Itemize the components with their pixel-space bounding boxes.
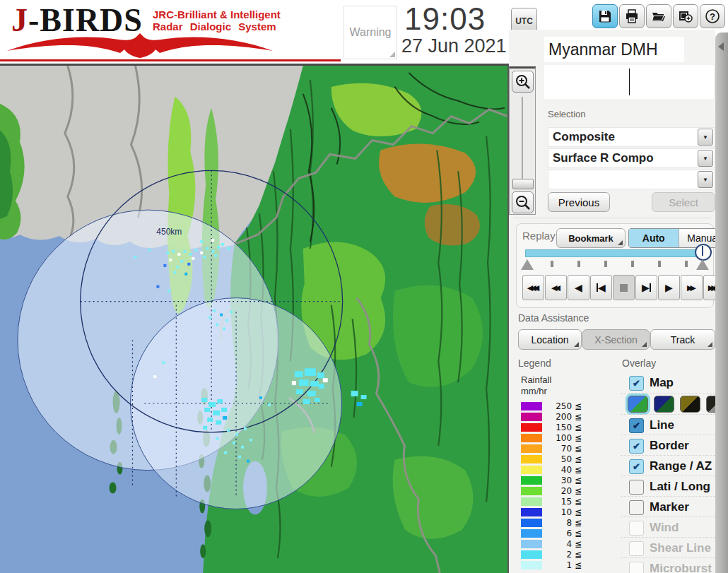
chevron-down-icon[interactable]: ▼ bbox=[698, 129, 713, 146]
zoom-slider-handle[interactable] bbox=[512, 179, 534, 189]
checkbox-checked[interactable]: ✔ bbox=[629, 439, 644, 454]
map-style-swatch[interactable] bbox=[654, 396, 674, 413]
overlay-item-marker[interactable]: Marker bbox=[629, 499, 715, 516]
legend-row: 15 ≦ bbox=[521, 497, 606, 507]
overlay-item-range-az[interactable]: ✔ Range / AZ bbox=[629, 458, 715, 475]
logo-tagline: JRC-Brilliant & Intelligent Radar Dialog… bbox=[153, 8, 281, 33]
dropdown-composite-value: Composite bbox=[548, 130, 698, 144]
dropdown-empty[interactable]: ▼ bbox=[548, 170, 715, 189]
map-zoom-control bbox=[509, 66, 536, 215]
slider-tick bbox=[631, 261, 634, 267]
add-capture-button[interactable] bbox=[673, 4, 698, 28]
svg-text:?: ? bbox=[710, 11, 715, 22]
text-caret bbox=[629, 69, 630, 95]
station-name: Myanmar DMH bbox=[544, 37, 684, 62]
zoom-slider-track[interactable] bbox=[522, 97, 523, 182]
slider-tick bbox=[577, 261, 580, 267]
eagle-icon bbox=[6, 33, 274, 61]
station-input[interactable] bbox=[544, 65, 714, 99]
replay-slider-track[interactable] bbox=[525, 249, 709, 257]
selection-label: Selection bbox=[548, 109, 585, 119]
checkbox-disabled bbox=[629, 562, 644, 573]
slider-tick bbox=[604, 261, 607, 267]
location-button[interactable]: Location bbox=[518, 329, 582, 350]
legend-row: 250 ≦ bbox=[521, 402, 606, 412]
fast-forward-button[interactable]: ▶▶ bbox=[681, 275, 703, 300]
divider bbox=[621, 475, 715, 476]
zoom-out-button[interactable] bbox=[512, 191, 534, 213]
checkbox-disabled bbox=[629, 541, 644, 556]
x-section-button[interactable]: X-Section bbox=[582, 329, 650, 350]
select-button[interactable]: Select bbox=[652, 192, 715, 212]
overlay-item-lati-long[interactable]: Lati / Long bbox=[629, 478, 715, 495]
overlay-item-shear-line: Shear Line bbox=[629, 540, 715, 557]
checkbox-checked[interactable]: ✔ bbox=[629, 418, 644, 433]
track-button[interactable]: Track bbox=[650, 329, 715, 350]
replay-slider-handle[interactable] bbox=[695, 244, 712, 261]
replay-mode-control: Auto Manual bbox=[628, 228, 728, 248]
bookmark-button[interactable]: Bookmark bbox=[556, 228, 626, 248]
legend-row: 200 ≦ bbox=[521, 413, 606, 423]
corner-fold-icon bbox=[389, 52, 395, 57]
legend-row: 30 ≦ bbox=[521, 476, 606, 486]
legend-title: Legend bbox=[518, 358, 551, 369]
checkbox-unchecked[interactable] bbox=[629, 500, 644, 515]
overlay-item-wind: Wind bbox=[629, 519, 715, 536]
zoom-in-icon bbox=[515, 74, 531, 90]
print-button[interactable] bbox=[619, 4, 645, 28]
legend-row: 70 ≦ bbox=[521, 444, 606, 454]
logo-underline bbox=[0, 59, 341, 61]
divider bbox=[513, 218, 711, 218]
playback-controls: ◀◀◀ ◀◀ ◀ ◀ ▶ ▶ ▶▶ ▶▶▶ bbox=[522, 275, 725, 300]
overlay-item-border[interactable]: ✔ Border bbox=[629, 437, 715, 454]
slider-end-marker[interactable] bbox=[696, 259, 709, 270]
step-backward-button[interactable]: ◀ bbox=[590, 275, 612, 300]
rewind-button[interactable]: ◀◀ bbox=[545, 275, 567, 300]
play-button[interactable]: ▶ bbox=[658, 275, 680, 300]
auto-button[interactable]: Auto bbox=[629, 229, 679, 247]
legend-row: 2 ≦ bbox=[521, 550, 606, 560]
dropdown-surface-r-compo[interactable]: Surface R Compo ▼ bbox=[548, 148, 715, 168]
map-style-swatch-selected[interactable] bbox=[628, 396, 648, 413]
legend-row: 6 ≦ bbox=[521, 529, 606, 539]
chevron-down-icon[interactable]: ▼ bbox=[698, 150, 713, 167]
previous-button[interactable]: Previous bbox=[548, 192, 610, 212]
divider bbox=[621, 455, 715, 456]
legend-row: 150 ≦ bbox=[521, 423, 606, 433]
slider-start-marker[interactable] bbox=[521, 259, 534, 270]
stop-button[interactable] bbox=[613, 275, 635, 300]
divider bbox=[621, 516, 715, 517]
checkbox-checked[interactable]: ✔ bbox=[629, 376, 644, 391]
corner-fold-icon bbox=[574, 342, 579, 347]
open-folder-icon bbox=[652, 9, 666, 23]
slider-tick bbox=[658, 261, 661, 267]
dropdown-surface-value: Surface R Compo bbox=[548, 151, 698, 165]
chevron-down-icon[interactable]: ▼ bbox=[698, 171, 713, 188]
corner-fold-icon bbox=[618, 240, 623, 245]
control-panel: Myanmar DMH Selection Composite ▼ Surfac… bbox=[509, 30, 715, 573]
zoom-in-button[interactable] bbox=[512, 71, 534, 93]
divider bbox=[621, 537, 715, 538]
checkbox-unchecked[interactable] bbox=[629, 480, 644, 495]
panel-collapse-strip[interactable] bbox=[715, 33, 728, 573]
fast-rewind-button[interactable]: ◀◀◀ bbox=[522, 275, 544, 300]
toolbar: ? bbox=[592, 4, 725, 28]
play-backward-button[interactable]: ◀ bbox=[568, 275, 589, 300]
dropdown-composite[interactable]: Composite ▼ bbox=[548, 127, 715, 147]
legend-row: 4 ≦ bbox=[521, 540, 606, 550]
print-icon bbox=[625, 9, 639, 23]
overlay-item-line[interactable]: ✔ Line bbox=[629, 417, 715, 434]
checkbox-checked[interactable]: ✔ bbox=[629, 459, 644, 474]
warning-button[interactable]: Warning bbox=[344, 6, 397, 59]
corner-fold-icon bbox=[708, 342, 712, 347]
overlay-item-map[interactable]: ✔ Map bbox=[629, 374, 715, 391]
save-button[interactable] bbox=[592, 4, 618, 28]
radar-map[interactable]: 450km bbox=[0, 64, 509, 573]
clock-date: 27 Jun 2021 bbox=[401, 35, 507, 57]
map-style-swatch[interactable] bbox=[680, 396, 700, 413]
clock-time: 19:03 bbox=[404, 1, 486, 37]
open-folder-button[interactable] bbox=[646, 4, 671, 28]
divider bbox=[621, 496, 715, 497]
help-button[interactable]: ? bbox=[700, 4, 725, 28]
step-forward-button[interactable]: ▶ bbox=[635, 275, 657, 300]
